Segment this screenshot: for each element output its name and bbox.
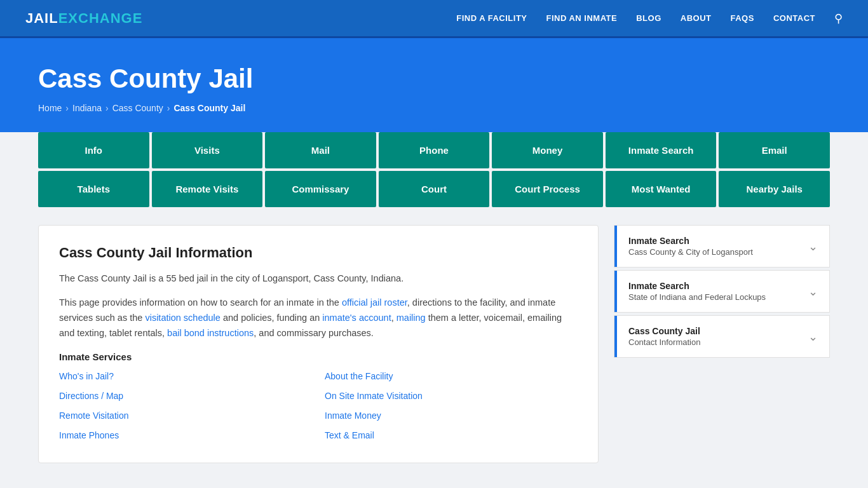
accordion-header-1[interactable]: Inmate Search Cass County & City of Loga…: [614, 226, 829, 267]
paragraph-1: The Cass County Jail is a 55 bed jail in…: [59, 271, 578, 287]
service-about-facility[interactable]: About the Facility: [325, 369, 578, 384]
info-panel: Cass County Jail Information The Cass Co…: [38, 225, 599, 463]
nav-find-facility[interactable]: FIND A FACILITY: [456, 13, 527, 23]
btn-email[interactable]: Email: [719, 132, 830, 168]
accordion-item-1: Inmate Search Cass County & City of Loga…: [614, 225, 830, 268]
link-visitation-schedule[interactable]: visitation schedule: [145, 313, 220, 323]
sidebar-panel: Inmate Search Cass County & City of Loga…: [614, 225, 830, 463]
btn-court-process[interactable]: Court Process: [492, 171, 603, 207]
nav-about[interactable]: ABOUT: [681, 13, 712, 23]
btn-info[interactable]: Info: [38, 132, 149, 168]
chevron-icon-1: ⌄: [808, 240, 818, 254]
btn-commissary[interactable]: Commissary: [265, 171, 376, 207]
accordion-title-2: Inmate Search State of Indiana and Feder…: [628, 281, 766, 302]
logo-exchange: EXCHANGE: [58, 10, 143, 27]
link-jail-roster[interactable]: official jail roster: [342, 297, 407, 308]
btn-court[interactable]: Court: [379, 171, 490, 207]
button-row-2: Tablets Remote Visits Commissary Court C…: [38, 171, 830, 207]
accordion-top-2: Inmate Search: [628, 281, 766, 291]
service-on-site-visitation[interactable]: On Site Inmate Visitation: [325, 388, 578, 404]
btn-money[interactable]: Money: [492, 132, 603, 168]
accordion-top-1: Inmate Search: [628, 236, 753, 246]
hero-banner: Cass County Jail Home › Indiana › Cass C…: [0, 38, 868, 132]
service-inmate-money[interactable]: Inmate Money: [325, 408, 578, 424]
paragraph-2: This page provides information on how to…: [59, 295, 578, 341]
info-title: Cass County Jail Information: [59, 245, 578, 261]
breadcrumb-indiana[interactable]: Indiana: [72, 103, 102, 113]
main-nav: FIND A FACILITY FIND AN INMATE BLOG ABOU…: [456, 11, 843, 25]
accordion-item-2: Inmate Search State of Indiana and Feder…: [614, 270, 830, 313]
btn-nearby-jails[interactable]: Nearby Jails: [719, 171, 830, 207]
btn-visits[interactable]: Visits: [152, 132, 263, 168]
accordion-title-3: Cass County Jail Contact Information: [628, 326, 700, 347]
link-inmate-account[interactable]: inmate's account: [322, 313, 391, 323]
accordion-bottom-3: Contact Information: [628, 337, 700, 347]
buttons-section: Info Visits Mail Phone Money Inmate Sear…: [38, 132, 830, 207]
p2-mid3: ,: [391, 313, 397, 323]
service-directions-map[interactable]: Directions / Map: [59, 388, 312, 404]
nav-blog[interactable]: BLOG: [636, 13, 661, 23]
main-content: Cass County Jail Information The Cass Co…: [0, 210, 868, 478]
chevron-icon-2: ⌄: [808, 285, 818, 299]
breadcrumb-home[interactable]: Home: [38, 103, 62, 113]
breadcrumb-current: Cass County Jail: [173, 103, 245, 113]
btn-tablets[interactable]: Tablets: [38, 171, 149, 207]
link-bail-bond[interactable]: bail bond instructions: [167, 328, 254, 338]
search-icon[interactable]: ⚲: [834, 11, 843, 25]
page-title: Cass County Jail: [38, 64, 830, 94]
service-remote-visitation[interactable]: Remote Visitation: [59, 408, 312, 424]
service-whos-in-jail[interactable]: Who's in Jail?: [59, 369, 312, 384]
nav-find-inmate[interactable]: FIND AN INMATE: [546, 13, 618, 23]
breadcrumb: Home › Indiana › Cass County › Cass Coun…: [38, 103, 830, 113]
accordion-title-1: Inmate Search Cass County & City of Loga…: [628, 236, 753, 257]
btn-remote-visits[interactable]: Remote Visits: [152, 171, 263, 207]
breadcrumb-sep-3: ›: [167, 103, 170, 113]
breadcrumb-sep-2: ›: [105, 103, 109, 113]
p2-suffix: , and commissary purchases.: [254, 328, 374, 338]
p2-mid2: and policies, funding an: [220, 313, 322, 323]
accordion-item-3: Cass County Jail Contact Information ⌄: [614, 315, 830, 358]
accordion-bottom-1: Cass County & City of Logansport: [628, 247, 753, 257]
button-row-1: Info Visits Mail Phone Money Inmate Sear…: [38, 132, 830, 168]
accordion-top-3: Cass County Jail: [628, 326, 700, 336]
accordion-bottom-2: State of Indiana and Federal Lockups: [628, 292, 766, 302]
services-grid: Who's in Jail? About the Facility Direct…: [59, 369, 578, 444]
breadcrumb-sep-1: ›: [65, 103, 69, 113]
btn-phone[interactable]: Phone: [379, 132, 490, 168]
btn-inmate-search[interactable]: Inmate Search: [606, 132, 717, 168]
service-text-email[interactable]: Text & Email: [325, 428, 578, 444]
p2-prefix: This page provides information on how to…: [59, 297, 342, 308]
service-inmate-phones[interactable]: Inmate Phones: [59, 428, 312, 444]
nav-faqs[interactable]: FAQs: [731, 13, 754, 23]
accordion-header-2[interactable]: Inmate Search State of Indiana and Feder…: [614, 271, 829, 312]
btn-mail[interactable]: Mail: [265, 132, 376, 168]
chevron-icon-3: ⌄: [808, 330, 818, 344]
logo-jail: JAIL: [25, 10, 58, 27]
btn-most-wanted[interactable]: Most Wanted: [606, 171, 717, 207]
site-logo[interactable]: JAILEXCHANGE: [25, 10, 142, 27]
link-mailing[interactable]: mailing: [397, 313, 426, 323]
accordion-header-3[interactable]: Cass County Jail Contact Information ⌄: [614, 316, 829, 357]
nav-contact[interactable]: CONTACT: [773, 13, 815, 23]
breadcrumb-cass-county[interactable]: Cass County: [112, 103, 163, 113]
services-title: Inmate Services: [59, 351, 578, 362]
